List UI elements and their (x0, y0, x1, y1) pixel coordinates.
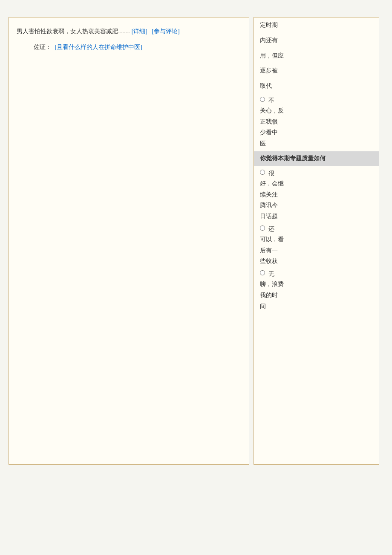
option3-line2: 我的时 (254, 290, 379, 301)
main-panel: 男人害怕性欲衰弱，女人热衷美容减肥…… [详细] [参与评论] 佐证： [且看什… (9, 17, 249, 465)
option1-line3: 腾讯今 (254, 200, 379, 211)
option1-line1: 好，会继 (254, 179, 379, 190)
sidebar-block-guanxin: 关心，反 (254, 106, 379, 117)
option1-line2: 续关注 (254, 190, 379, 201)
radio-option-1[interactable]: 很 (254, 167, 379, 179)
radio-text-option-1: 很 (268, 168, 274, 179)
comment-link[interactable]: [参与评论] (152, 28, 179, 35)
radio-circle-4 (260, 270, 265, 275)
sidebar-text-2: 内还有 (260, 37, 278, 43)
radio-text-option-3: 无 (268, 269, 274, 279)
sidebar-panel: 定时期 内还有 用，但应 逐步被 取代 不 关心，反 正我很 少看中 (254, 17, 379, 465)
evidence-link[interactable]: [且看什么样的人在拼命维护中医] (55, 44, 142, 50)
radio-circle-2 (260, 170, 265, 175)
option2-line1: 可以，看 (254, 234, 379, 246)
sidebar-text-1: 定时期 (260, 22, 278, 28)
option1-line4: 日话题 (254, 211, 379, 223)
radio-circle-3 (260, 225, 265, 231)
sidebar-text-3: 用，但应 (260, 52, 284, 59)
detail-link[interactable]: [详细] (132, 28, 147, 35)
option2-line3: 些收获 (254, 256, 379, 267)
evidence-label: 佐证： (34, 44, 52, 50)
sidebar-block-zheng: 正我很 (254, 117, 379, 128)
radio-text-option-2: 还 (268, 224, 274, 234)
radio-option-2[interactable]: 还 (254, 223, 379, 234)
sidebar-item-1: 定时期 (254, 17, 379, 33)
sidebar-block-shaokan: 少看中 (254, 127, 379, 139)
radio-item-buguanxin[interactable]: 不 (254, 94, 379, 106)
radio-circle-1 (260, 97, 265, 102)
option2-line2: 后有一 (254, 246, 379, 257)
sidebar-block-yi: 医 (254, 139, 379, 150)
radio-text-1: 不 (268, 95, 274, 106)
option3-line3: 间 (254, 301, 379, 312)
evidence-line: 佐证： [且看什么样的人在拼命维护中医] (17, 43, 241, 51)
radio-option-3[interactable]: 无 (254, 267, 379, 279)
sidebar-item-3: 用，但应 (254, 48, 379, 64)
sidebar-text-5: 取代 (260, 83, 272, 89)
section-header: 你觉得本期专题质量如何 (254, 151, 379, 166)
sidebar-item-2: 内还有 (254, 33, 379, 48)
page-container: 男人害怕性欲衰弱，女人热衷美容减肥…… [详细] [参与评论] 佐证： [且看什… (9, 17, 383, 465)
intro-text: 男人害怕性欲衰弱，女人热衷美容减肥…… (17, 28, 130, 35)
option3-line1: 聊，浪费 (254, 279, 379, 290)
sidebar-item-4: 逐步被 (254, 63, 379, 78)
main-intro-text: 男人害怕性欲衰弱，女人热衷美容减肥…… [详细] [参与评论] (17, 26, 241, 37)
sidebar-item-5: 取代 (254, 78, 379, 94)
sidebar-text-4: 逐步被 (260, 67, 278, 74)
